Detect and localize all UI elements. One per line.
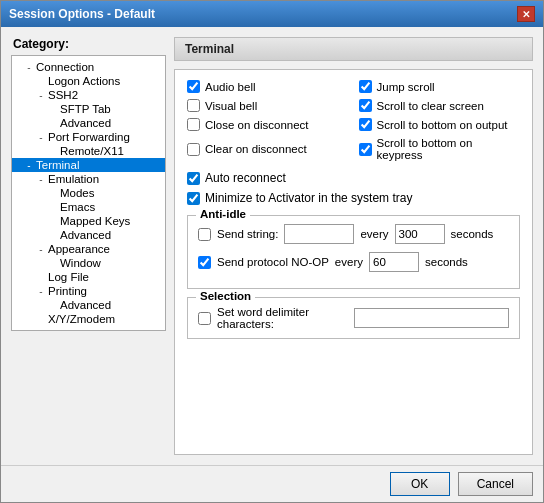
expander-sftp	[46, 104, 60, 115]
sidebar-item-port-forwarding[interactable]: - Port Forwarding	[12, 130, 165, 144]
send-string-seconds-input[interactable]	[395, 224, 445, 244]
visual-bell-checkbox[interactable]	[187, 99, 200, 112]
send-protocol-label: Send protocol NO-OP	[217, 256, 329, 268]
send-string-seconds-label: seconds	[451, 228, 494, 240]
jump-scroll-row: Jump scroll	[359, 80, 521, 93]
expander-terminal: -	[22, 160, 36, 171]
tree-label-log-file: Log File	[48, 271, 89, 283]
checkbox-grid: Audio bell Jump scroll Visual bell Scrol…	[187, 80, 520, 161]
sidebar-item-window[interactable]: Window	[12, 256, 165, 270]
word-delimiter-row: Set word delimiter characters:	[198, 306, 509, 330]
sidebar-item-logon-actions[interactable]: Logon Actions	[12, 74, 165, 88]
sidebar-item-emulation[interactable]: - Emulation	[12, 172, 165, 186]
close-disconnect-checkbox[interactable]	[187, 118, 200, 131]
ok-button[interactable]: OK	[390, 472, 450, 496]
expander-log-file	[34, 272, 48, 283]
options-area: Audio bell Jump scroll Visual bell Scrol…	[174, 69, 533, 455]
tree-label-terminal: Terminal	[36, 159, 79, 171]
sidebar-item-remote-x11[interactable]: Remote/X11	[12, 144, 165, 158]
tree-label-emulation: Emulation	[48, 173, 99, 185]
main-window: Session Options - Default ✕ Category: - …	[0, 0, 544, 503]
expander-modes	[46, 188, 60, 199]
clear-disconnect-label: Clear on disconnect	[205, 143, 307, 155]
visual-bell-row: Visual bell	[187, 99, 349, 112]
sidebar-item-advanced-emulation[interactable]: Advanced	[12, 228, 165, 242]
scroll-bottom-output-checkbox[interactable]	[359, 118, 372, 131]
minimize-activator-checkbox[interactable]	[187, 192, 200, 205]
sidebar-item-appearance[interactable]: - Appearance	[12, 242, 165, 256]
tree-label-adv-emulation: Advanced	[60, 229, 111, 241]
send-string-checkbox[interactable]	[198, 228, 211, 241]
sidebar-item-ssh2[interactable]: - SSH2	[12, 88, 165, 102]
send-string-row: Send string: every seconds	[198, 224, 509, 244]
minimize-activator-label: Minimize to Activator in the system tray	[205, 191, 412, 205]
audio-bell-checkbox[interactable]	[187, 80, 200, 93]
title-bar: Session Options - Default ✕	[1, 1, 543, 27]
expander-printing-adv	[46, 300, 60, 311]
clear-disconnect-checkbox[interactable]	[187, 143, 200, 156]
audio-bell-label: Audio bell	[205, 81, 256, 93]
expander-mapped-keys	[46, 216, 60, 227]
send-string-label: Send string:	[217, 228, 278, 240]
category-label: Category:	[11, 37, 166, 55]
clear-on-disconnect-row: Clear on disconnect	[187, 137, 349, 161]
auto-reconnect-label: Auto reconnect	[205, 171, 286, 185]
expander-logon-actions	[34, 76, 48, 87]
sidebar-item-connection[interactable]: - Connection	[12, 60, 165, 74]
jump-scroll-checkbox[interactable]	[359, 80, 372, 93]
sidebar-item-xyz-modem[interactable]: X/Y/Zmodem	[12, 312, 165, 326]
sidebar-item-advanced-ssh2[interactable]: Advanced	[12, 116, 165, 130]
tree-label-ssh2: SSH2	[48, 89, 78, 101]
sidebar-item-sftp-tab[interactable]: SFTP Tab	[12, 102, 165, 116]
tree-label-mapped-keys: Mapped Keys	[60, 215, 130, 227]
expander-appearance: -	[34, 244, 48, 255]
tree-label-port-fwd: Port Forwarding	[48, 131, 130, 143]
anti-idle-title: Anti-idle	[196, 208, 250, 220]
scroll-clear-label: Scroll to clear screen	[377, 100, 484, 112]
scroll-clear-checkbox[interactable]	[359, 99, 372, 112]
close-on-disconnect-row: Close on disconnect	[187, 118, 349, 131]
sidebar-item-printing[interactable]: - Printing	[12, 284, 165, 298]
scroll-bottom-key-checkbox[interactable]	[359, 143, 372, 156]
close-disconnect-label: Close on disconnect	[205, 119, 309, 131]
sidebar-item-log-file[interactable]: Log File	[12, 270, 165, 284]
audio-bell-row: Audio bell	[187, 80, 349, 93]
scroll-bottom-key-label: Scroll to bottom on keypress	[377, 137, 521, 161]
auto-reconnect-checkbox[interactable]	[187, 172, 200, 185]
word-delimiters-label: Set word delimiter characters:	[217, 306, 348, 330]
tree-label-remote-x11: Remote/X11	[60, 145, 124, 157]
close-button[interactable]: ✕	[517, 6, 535, 22]
anti-idle-group: Anti-idle Send string: every seconds Sen…	[187, 215, 520, 289]
sidebar-item-modes[interactable]: Modes	[12, 186, 165, 200]
auto-reconnect-row: Auto reconnect	[187, 171, 520, 185]
selection-group: Selection Set word delimiter characters:	[187, 297, 520, 339]
cancel-button[interactable]: Cancel	[458, 472, 533, 496]
sidebar-item-mapped-keys[interactable]: Mapped Keys	[12, 214, 165, 228]
expander-port-fwd: -	[34, 132, 48, 143]
tree-label-sftp: SFTP Tab	[60, 103, 111, 115]
minimize-row: Minimize to Activator in the system tray	[187, 191, 520, 205]
sidebar-item-terminal[interactable]: - Terminal	[12, 158, 165, 172]
content-panel: Terminal Audio bell Jump scroll	[174, 37, 533, 455]
selection-title: Selection	[196, 290, 255, 302]
expander-emulation: -	[34, 174, 48, 185]
category-tree: - Connection Logon Actions - SSH2 SFTP T…	[11, 55, 166, 331]
send-string-input[interactable]	[284, 224, 354, 244]
scroll-bottom-output-row: Scroll to bottom on output	[359, 118, 521, 131]
word-delimiters-checkbox[interactable]	[198, 312, 211, 325]
tree-label-logon-actions: Logon Actions	[48, 75, 120, 87]
sidebar-item-printing-advanced[interactable]: Advanced	[12, 298, 165, 312]
tree-label-adv-ssh2: Advanced	[60, 117, 111, 129]
scroll-bottom-output-label: Scroll to bottom on output	[377, 119, 508, 131]
tree-label-printing: Printing	[48, 285, 87, 297]
tree-label-printing-adv: Advanced	[60, 299, 111, 311]
send-protocol-seconds-input[interactable]	[369, 252, 419, 272]
word-delimiters-input[interactable]	[354, 308, 509, 328]
expander-printing: -	[34, 286, 48, 297]
expander-window	[46, 258, 60, 269]
sidebar-item-emacs[interactable]: Emacs	[12, 200, 165, 214]
send-string-every-label: every	[360, 228, 388, 240]
expander-adv-ssh2	[46, 118, 60, 129]
expander-connection: -	[22, 62, 36, 73]
send-protocol-checkbox[interactable]	[198, 256, 211, 269]
